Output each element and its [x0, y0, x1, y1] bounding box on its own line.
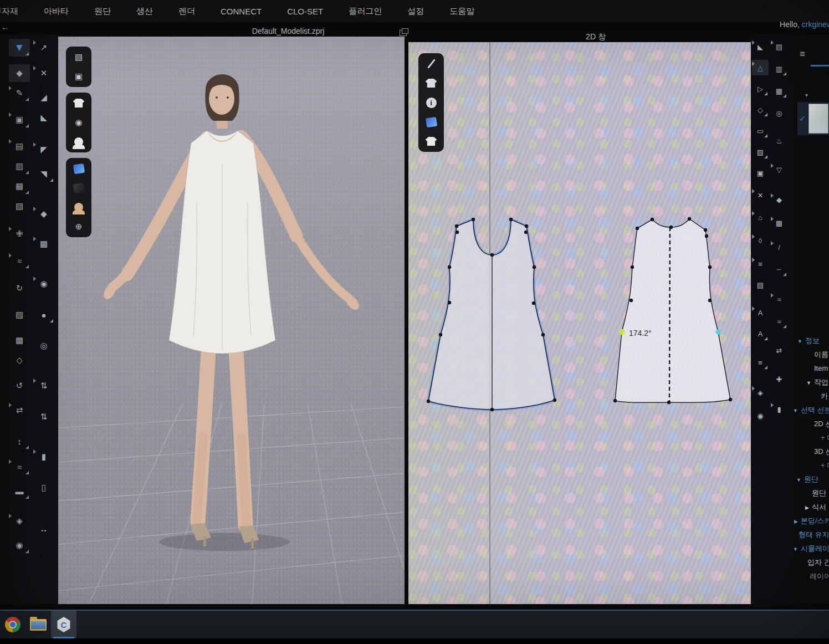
sewing-machine-free-icon[interactable]: ▥: [9, 157, 30, 175]
button-edit-icon[interactable]: ●: [33, 306, 54, 324]
tree-item-2[interactable]: Item: [790, 361, 829, 375]
fabric-swap-icon[interactable]: ⇄: [771, 343, 787, 358]
grain-direction-icon[interactable]: ◈: [752, 385, 769, 400]
button-place-icon[interactable]: ◉: [33, 275, 54, 293]
garment-tool-d-icon[interactable]: ◥: [33, 165, 54, 183]
fabric-grab2-icon[interactable]: ◆: [771, 192, 787, 207]
zipper-alt-icon[interactable]: ⇅: [33, 408, 54, 426]
text-tool-icon[interactable]: A: [752, 305, 769, 320]
transform-pattern-icon[interactable]: ◣: [752, 39, 769, 54]
tree-item-0-arrow-icon[interactable]: ▼: [797, 339, 802, 344]
username-link[interactable]: crkginew: [802, 20, 829, 29]
shirring-icon[interactable]: ≈: [771, 292, 787, 307]
tree-item-12-arrow-icon[interactable]: ▶: [805, 505, 809, 510]
account-greeting[interactable]: Hello, crkginew: [780, 20, 829, 29]
file-explorer-icon-button[interactable]: [25, 611, 51, 638]
tree-item-10-arrow-icon[interactable]: ▼: [796, 477, 801, 483]
menu-item-1[interactable]: 아바타: [44, 6, 69, 17]
tree-item-5[interactable]: ▼선택 선분: [790, 403, 829, 417]
lock-pattern-icon[interactable]: [424, 135, 438, 148]
edit-curvature-icon[interactable]: ▷: [752, 81, 769, 96]
tree-item-3[interactable]: ▼작업: [790, 375, 829, 389]
avatar-sewing-icon[interactable]: ▨: [9, 197, 30, 215]
tree-item-4[interactable]: 카: [790, 389, 829, 403]
tree-item-15-arrow-icon[interactable]: ▼: [793, 546, 798, 552]
tree-item-17[interactable]: 레이어: [790, 569, 829, 583]
sewing-machine-icon[interactable]: ▤: [771, 39, 787, 54]
sewing-segment-icon[interactable]: ▥: [771, 61, 787, 76]
menu-item-3[interactable]: 생산: [136, 6, 153, 17]
show-pattern-texture-icon[interactable]: [424, 76, 438, 90]
pleats-tool-icon[interactable]: ≡: [752, 355, 769, 370]
avatar-pattern-icon[interactable]: ◉: [752, 408, 769, 423]
show-garment-icon[interactable]: [71, 96, 86, 110]
view-cube-3d-icon[interactable]: ▧: [71, 50, 86, 64]
text-tool-alt-icon[interactable]: A: [752, 326, 769, 341]
checker-shirt-icon[interactable]: ▩: [771, 215, 787, 231]
clo3d-app-icon-button[interactable]: C: [51, 611, 76, 638]
tree-item-15[interactable]: ▼시뮬레이션: [790, 541, 829, 555]
notch-tool-icon[interactable]: ≡: [752, 256, 769, 272]
tree-item-1[interactable]: 이름: [790, 347, 829, 361]
fabric-swatch-item[interactable]: ✓: [797, 102, 829, 135]
menu-item-4[interactable]: 렌더: [178, 6, 195, 17]
puller-icon[interactable]: ↔: [33, 520, 54, 538]
clone-pattern-icon[interactable]: ▣: [752, 165, 769, 181]
tree-item-8[interactable]: 3D 선: [790, 444, 829, 458]
fold-arrangement-icon[interactable]: ↻: [9, 279, 30, 297]
dart-tool-icon[interactable]: ◊: [752, 233, 769, 248]
pin-tool-icon[interactable]: ✙: [9, 225, 30, 243]
menu-item-7[interactable]: 플러그인: [349, 6, 382, 17]
chrome-icon-button[interactable]: [0, 611, 25, 638]
garment-pair-icon[interactable]: ▩: [9, 331, 30, 349]
draw-pattern-icon[interactable]: ⌂: [752, 209, 769, 225]
add-point-icon[interactable]: ◇: [752, 102, 769, 117]
menu-item-6[interactable]: CLO-SET: [287, 7, 323, 16]
fabric-spread-icon[interactable]: ◇: [9, 351, 30, 369]
quilt-tool-icon[interactable]: ✚: [771, 371, 787, 387]
walk-animation-icon[interactable]: ↗: [33, 39, 54, 57]
shirt-display-icon[interactable]: ▽: [771, 162, 787, 177]
menu-item-8[interactable]: 설정: [407, 6, 424, 17]
tree-item-13-arrow-icon[interactable]: ▶: [794, 519, 798, 524]
sewing-free-icon[interactable]: ▦: [771, 83, 787, 99]
edit-pattern-icon[interactable]: △: [752, 60, 769, 75]
avatar-3d[interactable]: [101, 74, 362, 551]
viewport-3d[interactable]: ▧▣◉⊕: [58, 37, 405, 604]
buttonhole-lock-icon[interactable]: ◎: [33, 337, 54, 355]
seam-allowance-icon[interactable]: ▤: [752, 277, 769, 293]
pan-hand-icon[interactable]: ◆: [9, 64, 30, 82]
garment-height-measure-icon[interactable]: ↕: [9, 432, 30, 450]
tree-item-14[interactable]: 형태 유지: [790, 528, 829, 541]
dashed-line-icon[interactable]: ╌: [771, 262, 787, 277]
angle-point-highlight[interactable]: [619, 329, 625, 335]
texture-checker-shirt-icon[interactable]: ▩: [33, 235, 54, 253]
zipper-icon[interactable]: ⇅: [33, 377, 54, 395]
select-move-icon[interactable]: ▼: [9, 39, 30, 57]
sewing-machine-multi-icon[interactable]: ▦: [9, 177, 30, 195]
tree-item-10[interactable]: ▼원단: [790, 472, 829, 486]
selected-point-cyan[interactable]: [716, 330, 721, 335]
fabric-grab-icon[interactable]: ◆: [33, 205, 54, 223]
fabric-roll-dark-icon[interactable]: ▯: [33, 479, 54, 497]
sculpt-curve-icon[interactable]: ≈: [9, 252, 30, 269]
tree-item-13[interactable]: ▶본딩/스카: [790, 514, 829, 528]
show-fabric-blue-icon[interactable]: [424, 115, 438, 129]
garment-3d-icon[interactable]: ▣: [71, 70, 86, 83]
viewport-2d[interactable]: 174.2° i: [408, 42, 751, 604]
sewing-machine-segment-icon[interactable]: ▤: [9, 137, 30, 155]
pattern-front-piece[interactable]: [427, 218, 556, 411]
show-environment-globe-icon[interactable]: ⊕: [71, 220, 86, 233]
restore-3d-window-icon[interactable]: [400, 30, 407, 36]
sewing-detect-icon[interactable]: ◎: [771, 105, 787, 121]
tree-item-5-arrow-icon[interactable]: ▼: [793, 408, 798, 413]
menu-item-0[interactable]: 부자재: [0, 6, 18, 17]
garment-swap-icon[interactable]: ⇄: [9, 401, 30, 419]
tree-item-7[interactable]: + 더: [790, 431, 829, 444]
swatch-dropdown-caret-icon[interactable]: ▾: [805, 92, 808, 98]
tree-item-3-arrow-icon[interactable]: ▼: [806, 380, 811, 386]
show-pattern-dark-icon[interactable]: [71, 181, 86, 195]
fabric-rotate-icon[interactable]: ↺: [9, 377, 30, 395]
brush-select-icon[interactable]: ✎: [9, 84, 30, 102]
pattern-info-icon[interactable]: i: [424, 96, 438, 109]
